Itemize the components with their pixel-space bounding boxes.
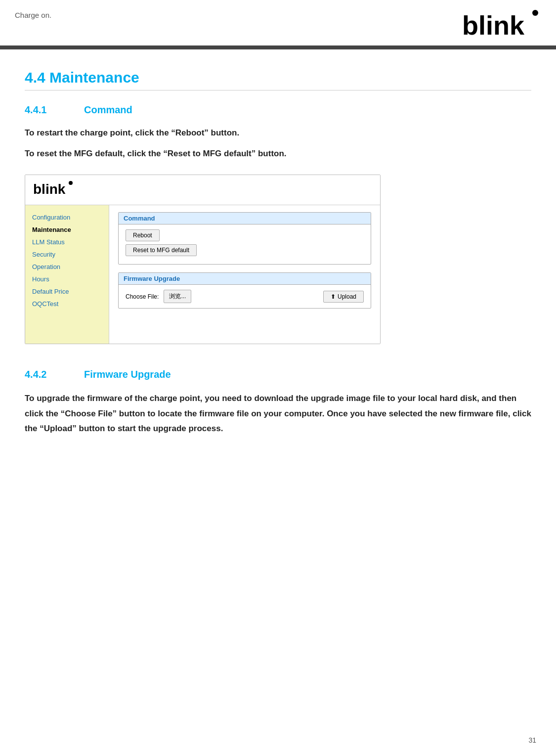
sidebar-item-configuration[interactable]: Configuration: [25, 211, 109, 223]
screenshot-logo-area: blink: [25, 175, 380, 205]
command-panel: Command Reboot Reset to MFG default: [118, 212, 371, 265]
section-44-heading: 4.4 Maintenance: [25, 69, 531, 90]
sidebar-item-llm-status[interactable]: LLM Status: [25, 236, 109, 248]
section-441-title: Command: [84, 104, 132, 116]
blink-logo-header: blink: [462, 9, 541, 42]
svg-text:blink: blink: [462, 10, 525, 40]
upload-button[interactable]: ⬆ Upload: [323, 291, 364, 303]
screenshot-sidebar: Configuration Maintenance LLM Status Sec…: [25, 205, 109, 344]
choose-file-button[interactable]: 浏览...: [164, 290, 191, 303]
tagline: Charge on.: [15, 9, 51, 19]
upload-icon: ⬆: [331, 293, 336, 300]
screenshot-body: Configuration Maintenance LLM Status Sec…: [25, 205, 380, 344]
section-442: 4.4.2 Firmware Upgrade To upgrade the fi…: [25, 369, 531, 437]
sidebar-item-operation[interactable]: Operation: [25, 261, 109, 273]
section-442-title: Firmware Upgrade: [84, 369, 171, 380]
page-number: 31: [528, 736, 536, 744]
top-divider: [0, 45, 556, 49]
upload-label: Upload: [338, 293, 356, 300]
command-panel-body: Reboot Reset to MFG default: [119, 224, 371, 264]
sidebar-item-security[interactable]: Security: [25, 248, 109, 261]
firmware-row: Choose File: 浏览... ⬆ Upload: [126, 290, 364, 303]
section-441-number: 4.4.1: [25, 104, 64, 116]
page-header: Charge on. blink: [0, 0, 556, 45]
sidebar-item-maintenance[interactable]: Maintenance: [25, 223, 109, 236]
reset-mfg-button[interactable]: Reset to MFG default: [126, 244, 197, 256]
firmware-panel-title: Firmware Upgrade: [119, 273, 371, 285]
command-panel-title: Command: [119, 213, 371, 224]
sidebar-item-oqctest[interactable]: OQCTest: [25, 298, 109, 310]
firmware-panel: Firmware Upgrade Choose File: 浏览... ⬆ Up…: [118, 272, 371, 309]
sidebar-item-hours[interactable]: Hours: [25, 273, 109, 285]
body-line1: To restart the charge point, click the “…: [25, 127, 531, 139]
firmware-panel-body: Choose File: 浏览... ⬆ Upload: [119, 285, 371, 308]
screenshot-mockup: blink Configuration Maintenance LLM Stat…: [25, 175, 381, 344]
svg-point-3: [69, 181, 73, 185]
section-442-number: 4.4.2: [25, 369, 64, 380]
main-content: 4.4 Maintenance 4.4.1 Command To restart…: [0, 49, 556, 466]
section-442-body: To upgrade the firmware of the charge po…: [25, 391, 531, 437]
screenshot-main-panel: Command Reboot Reset to MFG default Firm…: [109, 205, 380, 344]
choose-file-label: Choose File:: [126, 293, 159, 300]
svg-point-1: [532, 10, 538, 16]
reboot-button[interactable]: Reboot: [126, 229, 160, 241]
body-line2: To reset the MFG default, click the “Res…: [25, 147, 531, 160]
blink-logo-svg: blink: [462, 9, 541, 40]
sidebar-item-default-price[interactable]: Default Price: [25, 285, 109, 298]
section-441-heading: 4.4.1 Command: [25, 104, 531, 116]
screenshot-blink-logo: blink: [33, 181, 73, 197]
section-442-heading: 4.4.2 Firmware Upgrade: [25, 369, 531, 380]
svg-text:blink: blink: [33, 181, 66, 197]
